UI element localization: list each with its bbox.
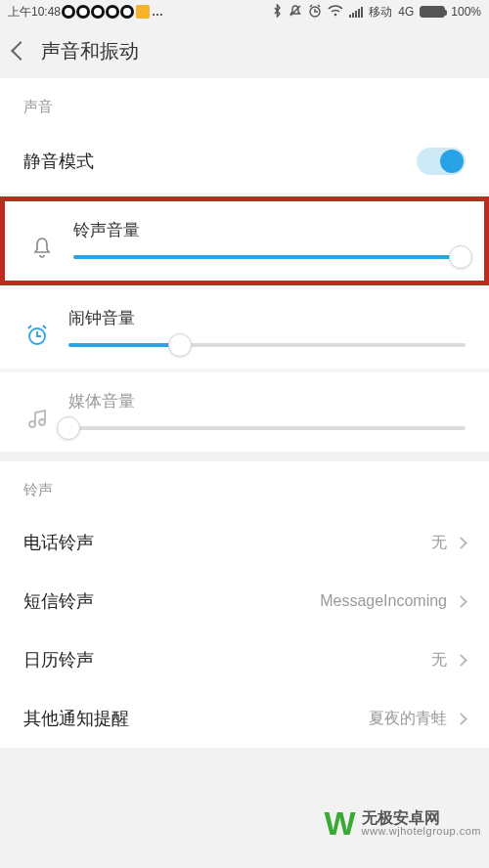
ring-volume-slider[interactable] — [73, 255, 461, 259]
other-notification-row[interactable]: 其他通知提醒 夏夜的青蛙 — [0, 689, 489, 748]
watermark: W 无极安卓网 www.wjhotelgroup.com — [324, 804, 481, 843]
sms-ringtone-value: MessageIncoming — [320, 592, 447, 610]
qq-icon — [62, 5, 75, 19]
phone-ringtone-row[interactable]: 电话铃声 无 — [0, 513, 489, 572]
silent-mode-label: 静音模式 — [23, 150, 94, 173]
phone-ringtone-label: 电话铃声 — [23, 531, 94, 554]
alarm-volume-row[interactable]: 闹钟音量 — [0, 289, 489, 369]
svg-point-5 — [39, 419, 45, 425]
signal-icon — [349, 6, 363, 18]
status-bar: 上午10:48 … — [0, 0, 489, 23]
watermark-line1: 无极安卓网 — [362, 810, 482, 826]
phone-ringtone-value: 无 — [431, 533, 447, 553]
notification-icon — [136, 5, 150, 19]
qq-icon — [76, 5, 90, 19]
silent-mode-row[interactable]: 静音模式 — [0, 130, 489, 193]
battery-icon — [420, 6, 445, 18]
media-volume-slider[interactable] — [68, 426, 466, 430]
svg-point-2 — [334, 13, 337, 16]
ring-volume-row[interactable]: 铃声音量 — [5, 201, 484, 281]
more-notifications-icon: … — [152, 5, 165, 19]
chevron-right-icon — [455, 654, 467, 667]
calendar-ringtone-value: 无 — [431, 650, 447, 671]
network-label: 4G — [398, 5, 414, 19]
sms-ringtone-row[interactable]: 短信铃声 MessageIncoming — [0, 572, 489, 630]
alarm-clock-icon — [23, 324, 51, 347]
wifi-icon — [328, 5, 343, 20]
chevron-right-icon — [455, 713, 467, 725]
qq-icon — [106, 5, 119, 19]
music-note-icon — [23, 407, 51, 430]
other-notification-value: 夏夜的青蛙 — [369, 709, 447, 729]
highlight-ring-volume: 铃声音量 — [0, 196, 489, 285]
media-volume-row[interactable]: 媒体音量 — [0, 372, 489, 452]
calendar-ringtone-row[interactable]: 日历铃声 无 — [0, 630, 489, 689]
alarm-icon — [308, 4, 322, 21]
carrier-label: 移动 — [369, 4, 392, 21]
back-icon[interactable] — [11, 41, 30, 61]
qq-icon — [120, 5, 134, 19]
status-time: 上午10:48 — [8, 4, 61, 21]
section-ringtone-label: 铃声 — [0, 461, 489, 513]
sms-ringtone-label: 短信铃声 — [23, 589, 94, 613]
svg-point-4 — [29, 421, 35, 427]
section-sound-label: 声音 — [0, 78, 489, 130]
silent-mode-switch[interactable] — [417, 148, 466, 175]
media-volume-label: 媒体音量 — [68, 390, 466, 412]
alarm-volume-slider[interactable] — [68, 343, 466, 347]
calendar-ringtone-label: 日历铃声 — [23, 648, 94, 672]
chevron-right-icon — [455, 595, 467, 608]
other-notification-label: 其他通知提醒 — [23, 707, 129, 730]
dnd-icon — [289, 4, 302, 21]
watermark-logo-icon: W — [324, 804, 355, 843]
chevron-right-icon — [455, 537, 467, 549]
bluetooth-icon — [272, 4, 283, 21]
alarm-volume-label: 闹钟音量 — [68, 307, 466, 329]
watermark-line2: www.wjhotelgroup.com — [362, 826, 482, 837]
bell-icon — [28, 236, 56, 259]
ring-volume-label: 铃声音量 — [73, 219, 461, 241]
page-title: 声音和振动 — [41, 38, 139, 65]
qq-icon — [91, 5, 105, 19]
title-bar: 声音和振动 — [0, 23, 489, 78]
battery-pct: 100% — [451, 5, 481, 19]
